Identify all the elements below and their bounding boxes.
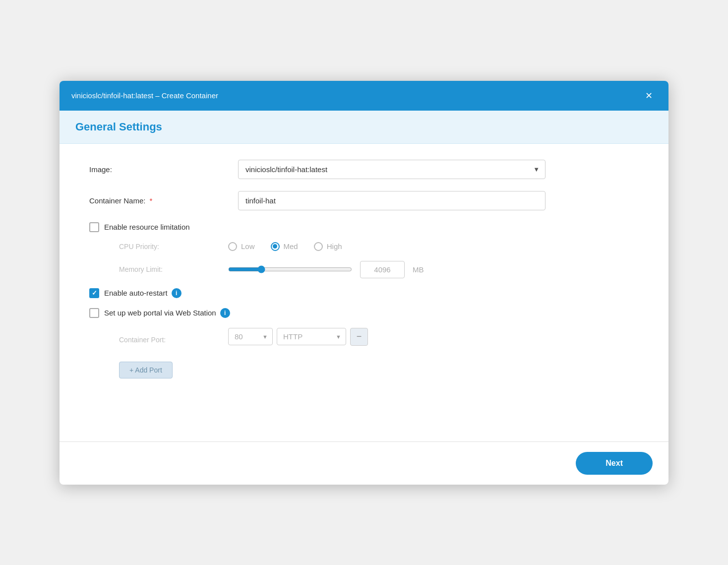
port-control-group: 80 443 8080 ▼ HTTP HTTPS TCP UDP	[228, 328, 368, 346]
add-port-button[interactable]: + Add Port	[119, 362, 173, 378]
container-port-section: Container Port: 80 443 8080 ▼ HTTP HT	[119, 328, 639, 378]
next-button[interactable]: Next	[576, 452, 653, 475]
image-row: Image: vinicioslc/tinfoil-hat:latest ▼	[89, 160, 639, 179]
create-container-dialog: vinicioslc/tinfoil-hat:latest – Create C…	[60, 81, 668, 485]
cpu-low-radio[interactable]	[228, 242, 237, 251]
container-name-input[interactable]	[238, 191, 546, 210]
enable-autorestart-checkbox[interactable]	[89, 288, 99, 298]
cpu-priority-row: CPU Priority: Low Med High	[119, 242, 639, 251]
cpu-low-option[interactable]: Low	[228, 242, 255, 251]
enable-resource-label: Enable resource limitation	[104, 223, 190, 231]
cpu-priority-section: CPU Priority: Low Med High	[119, 242, 639, 278]
protocol-select[interactable]: HTTP HTTPS TCP UDP	[277, 328, 346, 345]
enable-autorestart-label: Enable auto-restart i	[104, 288, 182, 298]
cpu-med-option[interactable]: Med	[271, 242, 298, 251]
image-select-wrapper: vinicioslc/tinfoil-hat:latest ▼	[238, 160, 546, 179]
remove-port-button[interactable]: −	[350, 328, 368, 346]
cpu-high-radio[interactable]	[314, 242, 323, 251]
dialog-body: Image: vinicioslc/tinfoil-hat:latest ▼ C…	[60, 144, 668, 441]
dialog-footer: Next	[60, 441, 668, 485]
cpu-low-label: Low	[241, 242, 255, 251]
section-header: General Settings	[60, 111, 668, 144]
section-title: General Settings	[75, 121, 653, 133]
dialog-header: vinicioslc/tinfoil-hat:latest – Create C…	[60, 81, 668, 111]
memory-unit-label: MB	[413, 265, 424, 274]
image-control-wrap: vinicioslc/tinfoil-hat:latest ▼	[238, 160, 639, 179]
protocol-select-wrapper: HTTP HTTPS TCP UDP ▼	[277, 328, 346, 345]
autorestart-info-icon[interactable]: i	[172, 288, 182, 298]
enable-autorestart-row: Enable auto-restart i	[89, 288, 639, 298]
memory-slider[interactable]	[228, 265, 352, 273]
cpu-high-label: High	[327, 242, 342, 251]
webportal-label: Set up web portal via Web Station i	[104, 308, 230, 318]
port-select-wrapper: 80 443 8080 ▼	[228, 328, 273, 345]
enable-resource-checkbox[interactable]	[89, 222, 99, 232]
cpu-med-radio[interactable]	[271, 242, 280, 251]
required-indicator: *	[147, 196, 152, 205]
webportal-row: Set up web portal via Web Station i	[89, 308, 639, 318]
enable-resource-row: Enable resource limitation	[89, 222, 639, 232]
container-name-control-wrap	[238, 191, 639, 210]
container-port-row: Container Port: 80 443 8080 ▼ HTTP HT	[119, 328, 639, 352]
memory-control-group: MB	[228, 261, 424, 278]
webportal-info-icon[interactable]: i	[220, 308, 230, 318]
memory-limit-row: Memory Limit: MB	[119, 261, 639, 278]
container-name-row: Container Name: *	[89, 191, 639, 210]
dialog-title: vinicioslc/tinfoil-hat:latest – Create C…	[71, 91, 218, 100]
close-button[interactable]: ✕	[641, 89, 657, 102]
container-port-label: Container Port:	[119, 336, 228, 344]
webportal-checkbox[interactable]	[89, 308, 99, 318]
cpu-med-label: Med	[284, 242, 298, 251]
cpu-priority-label: CPU Priority:	[119, 243, 228, 251]
image-select[interactable]: vinicioslc/tinfoil-hat:latest	[238, 160, 546, 179]
cpu-high-option[interactable]: High	[314, 242, 342, 251]
image-label: Image:	[89, 165, 238, 174]
memory-value-input[interactable]	[360, 261, 405, 278]
container-name-label: Container Name: *	[89, 196, 238, 205]
cpu-radio-group: Low Med High	[228, 242, 342, 251]
port-select[interactable]: 80 443 8080	[228, 328, 273, 345]
memory-limit-label: Memory Limit:	[119, 265, 228, 273]
